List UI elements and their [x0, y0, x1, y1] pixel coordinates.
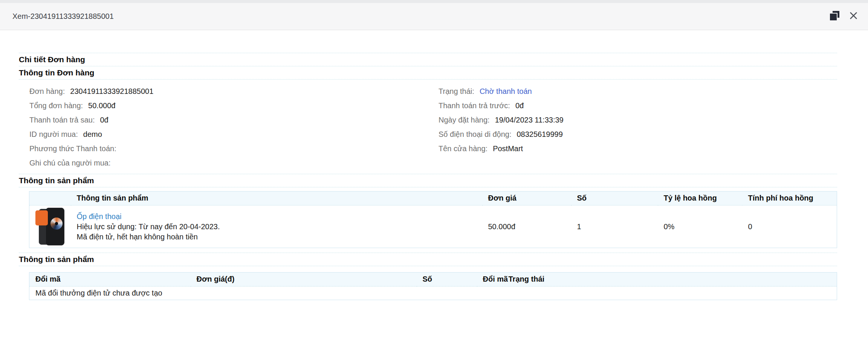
field-label: Ghi chú của người mua:: [29, 159, 111, 167]
field-row: Phương thức Thanh toán: Tên cửa hàng: Po…: [19, 144, 837, 159]
col-redeem-status: Trạng thái: [503, 273, 837, 287]
field-value: 08325619999: [517, 130, 563, 139]
camera-dot-shape: [55, 222, 58, 225]
field-label: Thanh toán trả trước:: [439, 101, 510, 110]
field-payment-method: Phương thức Thanh toán:: [19, 144, 428, 159]
field-label: Phương thức Thanh toán:: [29, 144, 116, 153]
field-label: Thanh toán trả sau:: [29, 116, 95, 124]
field-status: Trạng thái: Chờ thanh toán: [428, 87, 837, 101]
field-value: 50.000đ: [88, 101, 115, 110]
close-icon: [848, 11, 859, 22]
field-row: Thanh toán trả sau: 0đ Ngày đặt hàng: 19…: [19, 116, 837, 130]
field-buyer-note: Ghi chú của người mua:: [19, 159, 428, 173]
section-heading-product-info: Thông tin sản phẩm: [19, 174, 837, 187]
field-label: Đơn hàng:: [29, 87, 65, 96]
col-commission-rate: Tỷ lệ hoa hồng: [658, 192, 742, 205]
page-title: Chi tiết Đơn hàng: [19, 53, 837, 66]
redeem-empty-row: Mã đổi thưởng điện tử chưa được tạo: [29, 287, 837, 300]
col-commission-fee: Tính phí hoa hồng: [742, 192, 837, 205]
products-table: Thông tin sản phẩm Đơn giá Số Tỷ lệ hoa …: [29, 191, 837, 248]
field-row: Tổng đơn hàng: 50.000đ Thanh toán trả tr…: [19, 101, 837, 116]
product-quantity: 1: [571, 205, 658, 248]
col-redeem-price: Đơn giá(đ): [191, 273, 417, 287]
field-label: Số điện thoại di động:: [439, 130, 512, 139]
redeem-empty-message: Mã đổi thưởng điện tử chưa được tạo: [29, 287, 837, 300]
col-redeem-quantity: Số: [417, 273, 477, 287]
modal-title: Xem-23041911333921885001: [12, 12, 114, 21]
maximize-button[interactable]: [829, 11, 840, 22]
field-buyer-id: ID người mua: demo: [19, 130, 428, 144]
product-commission-rate: 0%: [658, 205, 742, 248]
close-button[interactable]: [848, 11, 859, 22]
order-status-link[interactable]: Chờ thanh toán: [480, 87, 532, 96]
field-row: Đơn hàng: 23041911333921885001 Trạng thá…: [19, 87, 837, 101]
product-image-cell: [29, 205, 71, 248]
field-postpaid: Thanh toán trả sau: 0đ: [19, 116, 428, 130]
titlebar-actions: [829, 11, 859, 22]
field-label: Tên cửa hàng:: [439, 144, 487, 153]
field-order-date: Ngày đặt hàng: 19/04/2023 11:33:39: [428, 116, 837, 130]
field-store-name: Tên cửa hàng: PostMart: [428, 144, 837, 159]
field-row: ID người mua: demo Số điện thoại di động…: [19, 130, 837, 144]
order-fields: Đơn hàng: 23041911333921885001 Trạng thá…: [19, 87, 837, 173]
field-value: demo: [83, 130, 102, 139]
orange-tag-shape: [35, 210, 48, 225]
field-value: 0đ: [100, 116, 108, 124]
product-name-link[interactable]: Ốp điện thoại: [77, 211, 476, 222]
field-value: 19/04/2023 11:33:39: [495, 116, 564, 124]
field-empty: [428, 159, 837, 173]
field-label: Tổng đơn hàng:: [29, 101, 83, 110]
field-value: 0đ: [515, 101, 524, 110]
col-quantity: Số: [571, 192, 658, 205]
col-image: [29, 192, 71, 205]
modal-titlebar: Xem-23041911333921885001: [0, 3, 868, 30]
modal-content: Chi tiết Đơn hàng Thông tin Đơn hàng Đơn…: [0, 53, 868, 300]
product-unit-price: 50.000đ: [482, 205, 571, 248]
field-value: 23041911333921885001: [70, 87, 153, 96]
window-top-strip: [0, 0, 868, 3]
maximize-icon: [830, 11, 840, 22]
field-phone: Số điện thoại di động: 08325619999: [428, 130, 837, 144]
product-validity: Hiệu lực sử dụng: Từ nay đến 20-04-2023.: [77, 222, 476, 232]
product-info-cell: Ốp điện thoại Hiệu lực sử dụng: Từ nay đ…: [71, 205, 482, 248]
products-table-header: Thông tin sản phẩm Đơn giá Số Tỷ lệ hoa …: [29, 192, 837, 205]
col-unit-price: Đơn giá: [482, 192, 571, 205]
section-heading-order-info: Thông tin Đơn hàng: [19, 66, 837, 80]
redeem-table: Đổi mã Đơn giá(đ) Số Đổi mã Trạng thái M…: [29, 272, 837, 300]
field-label: Ngày đặt hàng:: [439, 116, 490, 124]
field-order-total: Tổng đơn hàng: 50.000đ: [19, 101, 428, 116]
product-note: Mã điện tử, hết hạn không hoàn tiền: [77, 232, 476, 242]
field-label: Trạng thái:: [439, 87, 474, 96]
col-redeem-code-2: Đổi mã: [477, 273, 503, 287]
field-value: PostMart: [493, 144, 523, 153]
redeem-table-header: Đổi mã Đơn giá(đ) Số Đổi mã Trạng thái: [29, 273, 837, 287]
field-label: ID người mua:: [29, 130, 78, 139]
phone-case-product-image: [35, 208, 65, 245]
field-order-id: Đơn hàng: 23041911333921885001: [19, 87, 428, 101]
field-row: Ghi chú của người mua:: [19, 159, 837, 173]
col-product-info: Thông tin sản phẩm: [71, 192, 482, 205]
product-commission-fee: 0: [742, 205, 837, 248]
col-redeem-code: Đổi mã: [29, 273, 191, 287]
product-row: Ốp điện thoại Hiệu lực sử dụng: Từ nay đ…: [29, 205, 837, 248]
section-heading-redeem-info: Thông tin sản phẩm: [19, 253, 837, 266]
field-prepaid: Thanh toán trả trước: 0đ: [428, 101, 837, 116]
